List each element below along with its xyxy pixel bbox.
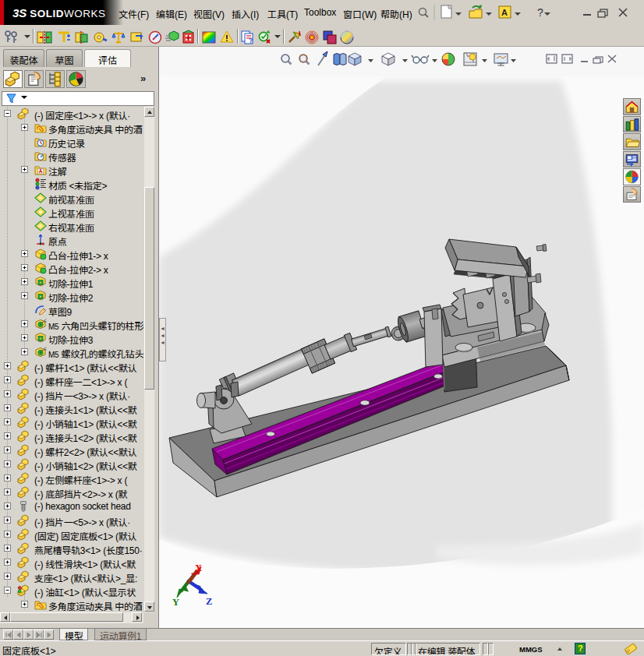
svg-text:A: A bbox=[501, 8, 508, 17]
svg-text:Y: Y bbox=[172, 597, 179, 608]
svg-text:?: ? bbox=[249, 37, 253, 44]
svg-text:Z: Z bbox=[206, 596, 212, 607]
svg-text:?: ? bbox=[537, 6, 543, 19]
svg-text:X: X bbox=[195, 563, 202, 573]
